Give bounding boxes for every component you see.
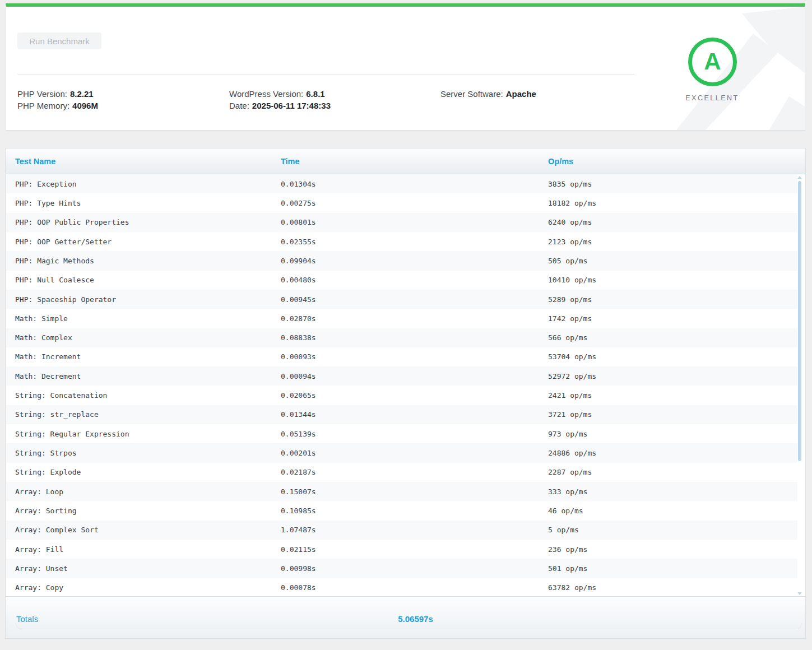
cell-test-name: Array: Fill (15, 545, 281, 554)
benchmark-results-table: Test Name Time Op/ms PHP: Exception0.013… (5, 148, 806, 639)
table-row: PHP: Type Hints0.00275s18182 op/ms (6, 193, 797, 212)
scrollbar-thumb[interactable] (798, 181, 801, 461)
table-row: Array: Unset0.00998s501 op/ms (6, 559, 797, 578)
totals-underline (16, 623, 802, 629)
scrollbar-up-arrow-icon[interactable] (797, 176, 802, 179)
cell-opms: 2123 op/ms (548, 238, 797, 246)
cell-time: 0.01344s (281, 410, 548, 419)
wp-version-label: WordPress Version: (229, 89, 303, 99)
table-row: Math: Decrement0.00094s52972 op/ms (6, 366, 797, 386)
cell-test-name: PHP: Null Coalesce (15, 276, 281, 284)
cell-time: 0.00275s (281, 199, 548, 207)
cell-opms: 46 op/ms (548, 507, 797, 515)
cell-test-name: Math: Increment (15, 352, 281, 361)
scrollbar-down-arrow-icon[interactable] (797, 592, 802, 595)
cell-test-name: PHP: Magic Methods (15, 257, 281, 265)
cell-time: 0.00094s (281, 372, 548, 380)
table-row: PHP: OOP Public Properties0.00801s6240 o… (6, 213, 797, 232)
cell-opms: 24886 op/ms (548, 449, 797, 457)
table-row: String: Strpos0.00201s24886 op/ms (6, 443, 797, 462)
cell-time: 0.10985s (281, 507, 548, 515)
cell-opms: 5 op/ms (548, 526, 797, 534)
cell-time: 0.08838s (281, 333, 548, 342)
date-value: 2025-06-11 17:48:33 (252, 101, 331, 110)
table-row: Array: Complex Sort1.07487s5 op/ms (6, 521, 797, 540)
table-row: String: Concatenation0.02065s2421 op/ms (6, 386, 797, 405)
column-header-time[interactable]: Time (281, 157, 548, 166)
cell-test-name: Array: Sorting (15, 507, 281, 515)
cell-time: 0.00801s (281, 218, 548, 226)
cell-time: 0.15007s (281, 487, 548, 496)
table-row: String: Explode0.02187s2287 op/ms (6, 463, 797, 482)
cell-opms: 3835 op/ms (548, 180, 797, 188)
php-memory-label: PHP Memory: (17, 101, 69, 110)
date-label: Date: (229, 101, 249, 110)
server-info-column-server: Server Software:Apache (440, 88, 536, 100)
cell-opms: 63782 op/ms (548, 583, 797, 592)
cell-opms: 1742 op/ms (548, 314, 797, 323)
table-row: PHP: Exception0.01304s3835 op/ms (6, 174, 797, 193)
run-benchmark-button[interactable]: Run Benchmark (17, 32, 101, 49)
cell-test-name: Array: Loop (15, 487, 281, 496)
php-memory-value: 4096M (72, 101, 98, 110)
cell-time: 0.00093s (281, 352, 548, 361)
cell-test-name: PHP: Spaceship Operator (15, 295, 281, 304)
cell-time: 0.02187s (281, 468, 548, 476)
grade-letter: A (704, 50, 721, 73)
cell-opms: 2287 op/ms (548, 468, 797, 476)
wp-version-value: 6.8.1 (306, 89, 324, 99)
cell-test-name: Math: Decrement (15, 372, 281, 380)
cell-test-name: Array: Unset (15, 564, 281, 573)
table-row: Math: Complex0.08838s566 op/ms (6, 328, 797, 347)
cell-opms: 10410 op/ms (548, 276, 797, 284)
benchmark-header-card: Run Benchmark PHP Version:8.2.21 PHP Mem… (6, 3, 805, 131)
cell-test-name: String: Explode (15, 468, 281, 476)
cell-time: 1.07487s (281, 526, 548, 534)
cell-opms: 5289 op/ms (548, 295, 797, 304)
server-software-value: Apache (506, 89, 536, 99)
cell-test-name: PHP: OOP Getter/Setter (15, 238, 281, 246)
totals-time-value: 5.06597s (282, 614, 549, 624)
table-row: PHP: Magic Methods0.09904s505 op/ms (6, 251, 797, 270)
cell-opms: 505 op/ms (548, 257, 797, 265)
table-body: PHP: Exception0.01304s3835 op/msPHP: Typ… (6, 174, 805, 597)
server-info-column-php: PHP Version:8.2.21 PHP Memory:4096M (17, 88, 98, 112)
cell-test-name: Array: Complex Sort (15, 526, 281, 534)
grade-badge: A (688, 38, 737, 86)
cell-test-name: Math: Complex (15, 333, 281, 342)
cell-opms: 973 op/ms (548, 430, 797, 438)
server-software-line: Server Software:Apache (440, 88, 536, 100)
cell-test-name: PHP: OOP Public Properties (15, 218, 281, 226)
table-row: Array: Loop0.15007s333 op/ms (6, 482, 797, 501)
cell-time: 0.02870s (281, 314, 548, 323)
table-row: String: str_replace0.01344s3721 op/ms (6, 405, 797, 424)
table-row: Math: Increment0.00093s53704 op/ms (6, 347, 797, 366)
totals-label: Totals (16, 614, 282, 624)
header-divider (17, 74, 634, 75)
php-version-value: 8.2.21 (70, 89, 94, 99)
table-row: PHP: OOP Getter/Setter0.02355s2123 op/ms (6, 232, 797, 251)
server-info-column-wp: WordPress Version:6.8.1 Date:2025-06-11 … (229, 88, 331, 112)
cell-opms: 501 op/ms (548, 564, 797, 573)
cell-test-name: String: Strpos (15, 449, 281, 457)
cell-time: 0.02065s (281, 391, 548, 400)
grade-caption: EXCELLENT (667, 94, 757, 102)
cell-opms: 18182 op/ms (548, 199, 797, 207)
table-footer: Totals 5.06597s (6, 596, 805, 638)
cell-opms: 333 op/ms (548, 487, 797, 496)
cell-time: 0.00945s (281, 295, 548, 304)
cell-time: 0.09904s (281, 257, 548, 265)
cell-time: 0.00480s (281, 276, 548, 284)
server-software-label: Server Software: (440, 89, 503, 99)
table-row: Array: Sorting0.10985s46 op/ms (6, 501, 797, 520)
wp-version-line: WordPress Version:6.8.1 (229, 88, 331, 100)
php-version-label: PHP Version: (17, 89, 67, 99)
table-row: Array: Fill0.02115s236 op/ms (6, 540, 797, 559)
cell-time: 0.05139s (281, 430, 548, 438)
cell-test-name: PHP: Type Hints (15, 199, 281, 207)
cell-test-name: Array: Copy (15, 583, 281, 592)
cell-time: 0.02355s (281, 238, 548, 246)
cell-test-name: Math: Simple (15, 314, 281, 323)
column-header-test-name[interactable]: Test Name (15, 157, 281, 166)
column-header-opms[interactable]: Op/ms (548, 157, 805, 166)
